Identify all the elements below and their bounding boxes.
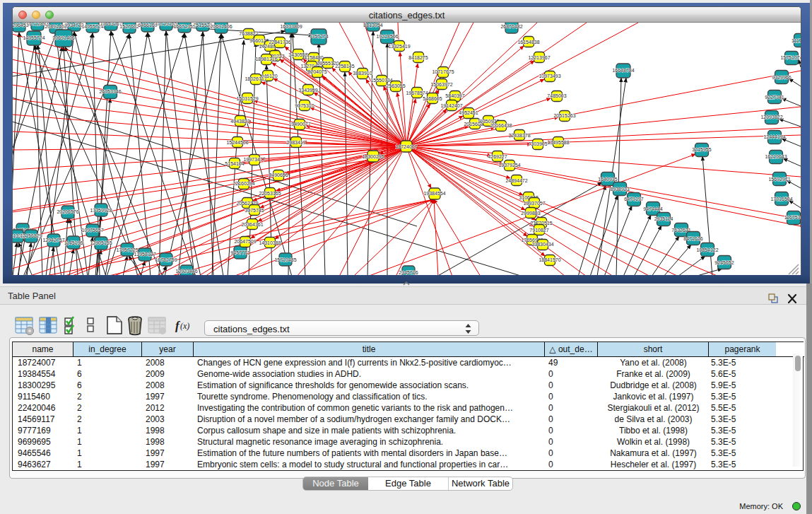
svg-text:7910827: 7910827 — [529, 228, 548, 233]
svg-text:19678574: 19678574 — [406, 90, 428, 95]
svg-text:20166438: 20166438 — [490, 123, 512, 128]
svg-text:16782759: 16782759 — [155, 257, 177, 262]
svg-text:10854122: 10854122 — [696, 247, 718, 252]
svg-text:15031529: 15031529 — [236, 96, 258, 101]
svg-text:9329966: 9329966 — [772, 75, 791, 80]
svg-text:2983419: 2983419 — [286, 140, 305, 145]
svg-text:9075310: 9075310 — [295, 103, 314, 108]
svg-text:18026717: 18026717 — [245, 76, 266, 81]
svg-text:24894472: 24894472 — [505, 178, 527, 183]
svg-text:17016504: 17016504 — [770, 197, 792, 201]
svg-text:15063972: 15063972 — [430, 82, 452, 87]
svg-text:17359928: 17359928 — [90, 208, 112, 213]
svg-text:2258145: 2258145 — [335, 64, 354, 69]
svg-text:4158480: 4158480 — [304, 55, 323, 60]
svg-text:3075745: 3075745 — [245, 208, 264, 213]
svg-text:3883910: 3883910 — [353, 71, 372, 76]
svg-text:19218506: 19218506 — [376, 34, 398, 39]
svg-text:1640935: 1640935 — [598, 177, 617, 182]
svg-text:4952451: 4952451 — [459, 110, 478, 115]
svg-text:7357274: 7357274 — [309, 34, 328, 39]
svg-text:16154838: 16154838 — [517, 40, 539, 45]
svg-text:16210643: 16210643 — [765, 154, 787, 159]
svg-text:15692971: 15692971 — [768, 177, 790, 182]
svg-text:23830434: 23830434 — [531, 242, 553, 247]
svg-text:12942757: 12942757 — [42, 238, 64, 243]
svg-text:20891406: 20891406 — [45, 24, 66, 29]
svg-text:4043823: 4043823 — [230, 119, 249, 124]
svg-text:16671355: 16671355 — [173, 24, 195, 29]
svg-text:12156829: 12156829 — [20, 233, 42, 238]
svg-text:14055724: 14055724 — [23, 35, 45, 40]
svg-text:9245652: 9245652 — [714, 260, 734, 265]
svg-text:13495588: 13495588 — [547, 140, 569, 145]
svg-text:1117342: 1117342 — [792, 38, 801, 43]
svg-text:2563055: 2563055 — [386, 83, 405, 88]
svg-text:15710485: 15710485 — [274, 257, 296, 262]
svg-text:19379254: 19379254 — [498, 163, 520, 168]
svg-text:9474444: 9474444 — [643, 206, 662, 211]
svg-text:19937057: 19937057 — [523, 201, 545, 206]
svg-text:12093822: 12093822 — [760, 115, 782, 119]
svg-text:16648784: 16648784 — [612, 68, 634, 73]
svg-text:14310388: 14310388 — [259, 240, 281, 245]
svg-text:9227341: 9227341 — [765, 95, 784, 100]
svg-text:4269227: 4269227 — [488, 154, 507, 159]
svg-text:2345716: 2345716 — [399, 270, 418, 275]
svg-text:8204075: 8204075 — [307, 69, 326, 74]
svg-text:18300295: 18300295 — [362, 154, 384, 159]
svg-text:3343959: 3343959 — [298, 88, 317, 93]
svg-text:19384554: 19384554 — [423, 191, 445, 196]
svg-text:10717675: 10717675 — [432, 69, 454, 74]
svg-text:8418275: 8418275 — [408, 55, 428, 60]
svg-text:7303905: 7303905 — [528, 141, 547, 146]
svg-text:8490656: 8490656 — [269, 173, 288, 177]
svg-text:2935114: 2935114 — [654, 216, 673, 221]
svg-text:10653267: 10653267 — [100, 23, 122, 26]
svg-text:20647509: 20647509 — [234, 239, 256, 244]
svg-text:20515263: 20515263 — [553, 113, 575, 118]
svg-text:22438378: 22438378 — [508, 133, 530, 138]
svg-text:12923446: 12923446 — [175, 269, 197, 274]
svg-text:18724007: 18724007 — [395, 144, 417, 149]
svg-text:19490077: 19490077 — [288, 122, 310, 127]
svg-text:19142407: 19142407 — [440, 103, 462, 108]
svg-text:18841570: 18841570 — [539, 257, 560, 262]
svg-text:22160294: 22160294 — [233, 181, 254, 186]
svg-text:5154104: 5154104 — [225, 161, 244, 166]
svg-text:20364361: 20364361 — [241, 222, 263, 227]
svg-text:6479197: 6479197 — [624, 197, 643, 201]
svg-text:20691406: 20691406 — [52, 35, 74, 40]
svg-text:13958127: 13958127 — [134, 252, 155, 257]
svg-text:15244500: 15244500 — [226, 140, 248, 145]
svg-text:2999883: 2999883 — [521, 211, 540, 216]
svg-text:15751074: 15751074 — [780, 55, 801, 60]
svg-text:5468605: 5468605 — [423, 96, 442, 101]
svg-text:22053165: 22053165 — [259, 191, 281, 196]
svg-text:8471626: 8471626 — [683, 236, 702, 241]
svg-text:1527602: 1527602 — [119, 24, 139, 29]
svg-text:20691406: 20691406 — [210, 24, 232, 29]
svg-text:10973493: 10973493 — [539, 74, 560, 78]
svg-text:1145196: 1145196 — [64, 240, 83, 245]
svg-text:12444194: 12444194 — [763, 134, 785, 139]
svg-text:7485003: 7485003 — [547, 93, 566, 98]
svg-text:3215955: 3215955 — [692, 147, 711, 152]
svg-text:26876482: 26876482 — [500, 24, 522, 29]
svg-text:12213967: 12213967 — [528, 55, 550, 60]
svg-text:8813054: 8813054 — [363, 23, 382, 28]
svg-text:19973477: 19973477 — [243, 157, 265, 162]
svg-text:20206576: 20206576 — [57, 209, 78, 214]
svg-text:9457771: 9457771 — [230, 250, 249, 255]
svg-text:16033809: 16033809 — [280, 24, 302, 29]
svg-text:15550734: 15550734 — [370, 78, 392, 83]
svg-text:(x): (x) — [180, 321, 189, 331]
svg-text:26053346: 26053346 — [99, 89, 121, 94]
svg-text:18981216: 18981216 — [255, 57, 277, 62]
svg-text:5840397: 5840397 — [445, 93, 464, 98]
svg-text:1167534: 1167534 — [784, 215, 801, 220]
svg-text:10975657: 10975657 — [81, 228, 103, 233]
svg-text:8938923: 8938923 — [610, 187, 629, 192]
svg-text:22841736: 22841736 — [269, 40, 290, 45]
svg-text:13325419: 13325419 — [388, 44, 410, 49]
